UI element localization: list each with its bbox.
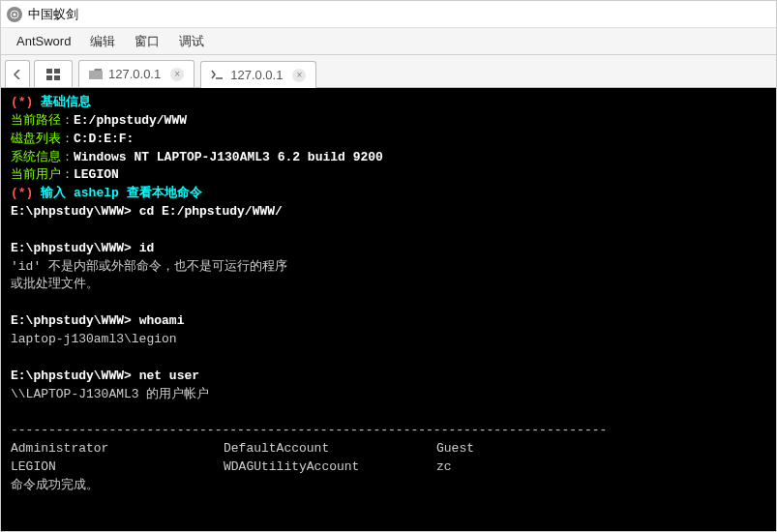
window-titlebar: 中国蚁剑 xyxy=(1,1,776,28)
menu-edit[interactable]: 编辑 xyxy=(80,29,125,54)
user-col: WDAGUtilityAccount xyxy=(224,458,436,477)
separator-line: ----------------------------------------… xyxy=(11,423,607,437)
value-user: LEGION xyxy=(74,167,119,182)
user-col: LEGION xyxy=(11,458,224,477)
shell-output: 或批处理文件。 xyxy=(11,277,99,291)
tab-home[interactable] xyxy=(34,60,73,87)
shell-prompt: E:\phpstudy\WWW> xyxy=(11,369,139,383)
tab-terminal-label: 127.0.0.1 xyxy=(230,68,283,82)
help-text: 输入 ashelp 查看本地命令 xyxy=(33,186,201,200)
svg-point-1 xyxy=(14,13,16,15)
user-col: zc xyxy=(436,459,452,474)
svg-rect-5 xyxy=(54,75,60,80)
label-system: 系统信息 xyxy=(11,150,61,164)
value-disks: C:D:E:F: xyxy=(74,132,134,146)
folder-icon xyxy=(89,69,103,79)
shell-command: cd E:/phpstudy/WWW/ xyxy=(139,204,283,219)
colon: ： xyxy=(61,113,74,128)
shell-command: net user xyxy=(139,369,199,383)
label-disks: 磁盘列表 xyxy=(11,132,61,146)
shell-output: 命令成功完成。 xyxy=(11,478,99,492)
menu-debug[interactable]: 调试 xyxy=(169,29,214,54)
tab-filemanager[interactable]: 127.0.0.1 × xyxy=(78,60,194,87)
shell-output: 'id' 不是内部或外部命令，也不是可运行的程序 xyxy=(11,259,287,274)
user-col: DefaultAccount xyxy=(224,440,436,458)
svg-rect-3 xyxy=(54,69,60,74)
label-user: 当前用户 xyxy=(11,167,61,182)
menu-window[interactable]: 窗口 xyxy=(125,29,169,54)
shell-prompt: E:\phpstudy\WWW> xyxy=(11,204,139,219)
svg-rect-6 xyxy=(89,71,103,79)
tabbar: 127.0.0.1 × 127.0.0.1 × xyxy=(1,55,776,88)
shell-command: id xyxy=(139,241,155,255)
shell-output: laptop-j130aml3\legion xyxy=(11,332,177,346)
colon: ： xyxy=(61,132,74,146)
colon: ： xyxy=(61,167,74,182)
shell-prompt: E:\phpstudy\WWW> xyxy=(11,313,139,328)
info-marker: (*) xyxy=(11,95,33,109)
terminal-icon xyxy=(211,70,224,80)
tab-close-icon[interactable]: × xyxy=(170,68,184,81)
value-system: Windows NT LAPTOP-J130AML3 6.2 build 920… xyxy=(74,150,383,164)
terminal-output[interactable]: (*) 基础信息 当前路径：E:/phpstudy/WWW 磁盘列表：C:D:E… xyxy=(1,88,776,531)
menu-app[interactable]: AntSword xyxy=(7,30,80,52)
info-marker: (*) xyxy=(11,186,33,200)
user-col: Guest xyxy=(436,441,474,456)
svg-rect-2 xyxy=(46,69,52,74)
label-path: 当前路径 xyxy=(11,113,61,128)
shell-prompt: E:\phpstudy\WWW> xyxy=(11,241,139,255)
colon: ： xyxy=(61,150,74,164)
app-icon xyxy=(7,7,22,22)
tab-nav-left[interactable] xyxy=(5,60,30,87)
info-heading: 基础信息 xyxy=(33,95,91,109)
shell-command: whoami xyxy=(139,313,185,328)
user-col: Administrator xyxy=(11,440,224,458)
window-title: 中国蚁剑 xyxy=(28,6,78,23)
tab-filemanager-label: 127.0.0.1 xyxy=(108,67,161,81)
tab-close-icon[interactable]: × xyxy=(292,69,306,82)
tab-terminal[interactable]: 127.0.0.1 × xyxy=(200,61,316,88)
menubar: AntSword 编辑 窗口 调试 xyxy=(1,28,776,55)
svg-rect-4 xyxy=(46,75,52,80)
shell-output: \\LAPTOP-J130AML3 的用户帐户 xyxy=(11,387,209,401)
value-path: E:/phpstudy/WWW xyxy=(74,113,187,128)
